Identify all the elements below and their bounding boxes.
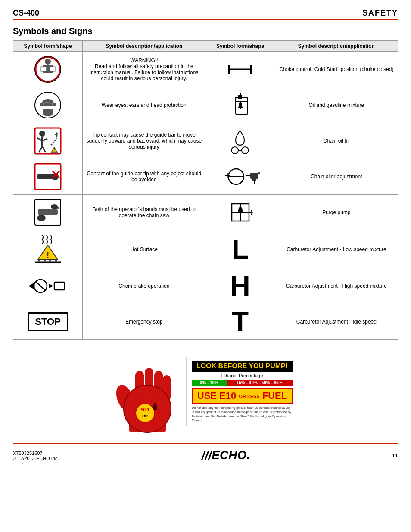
- col-header-1: Symbol form/shape: [13, 41, 83, 52]
- desc-guide-bar: Contact of the guide bar tip with any ob…: [83, 159, 206, 195]
- svg-rect-79: [163, 375, 171, 401]
- svg-rect-77: [145, 368, 153, 400]
- symbol-hot-surface: !: [13, 230, 83, 268]
- table-row: Both of the operator's hands must be use…: [13, 195, 398, 230]
- ppe-icon: [34, 91, 62, 119]
- use-e10-label: USE E10 OR LESS FUEL: [192, 388, 293, 404]
- warning-icon: [34, 56, 62, 84]
- svg-rect-25: [35, 128, 61, 154]
- svg-line-71: [36, 282, 45, 290]
- symbol-letter-T: T: [206, 304, 275, 340]
- symbol-two-hands: [13, 195, 83, 230]
- table-row: Chain brake operation H Carburetor Adjus…: [13, 268, 398, 304]
- svg-point-36: [242, 147, 249, 154]
- ethanol-green-range: 0% - 10%: [192, 380, 227, 386]
- part-number: X7503251607: [13, 451, 59, 456]
- svg-marker-69: [28, 283, 34, 289]
- svg-point-18: [40, 103, 43, 106]
- desc-chain-oiler: Chain oiler adjustment: [275, 159, 398, 195]
- kickback-icon: !: [33, 126, 63, 156]
- desc-hot-surface: Hot Surface: [83, 230, 206, 268]
- table-row: STOP Emergency stop T Carburetor Adjustm…: [13, 304, 398, 340]
- svg-rect-15: [44, 109, 51, 116]
- svg-rect-65: [38, 260, 40, 262]
- desc-chain-brake: Chain brake operation: [83, 268, 206, 304]
- table-row: Wear eyes, ears and head protection +: [13, 87, 398, 123]
- svg-text:MIX: MIX: [142, 414, 149, 418]
- symbol-guide-bar: [13, 159, 83, 195]
- hand-stop-icon: 50:1 MIX: [113, 348, 186, 435]
- product-code: CS-400: [13, 9, 39, 18]
- pump-sign-box: LOOK BEFORE YOU PUMP! Ethanol Percentage…: [186, 357, 298, 426]
- ethanol-red-range: 15% - 30% - 50% - 85%: [227, 380, 293, 386]
- svg-text:50:1: 50:1: [141, 408, 149, 412]
- echo-logo: ///ECHO.: [199, 446, 251, 465]
- symbol-warning: [13, 52, 83, 87]
- desc-letter-L: Carburetor Adjustment - Low speed mixtur…: [275, 230, 398, 268]
- table-row: WARNING!! Read and follow all safety pre…: [13, 52, 398, 87]
- desc-letter-T: Carburetor Adjustment - Idle speed: [275, 304, 398, 340]
- table-row: ! Tip contact may cause the guide bar to…: [13, 123, 398, 159]
- page-footer: X7503251607 © 12/2013 ECHO Inc. ///ECHO.…: [13, 443, 398, 465]
- echo-logo-svg: ///ECHO.: [199, 446, 251, 464]
- desc-purge-pump: Purge pump: [275, 195, 398, 230]
- svg-rect-23: [240, 93, 241, 96]
- svg-point-55: [51, 204, 58, 209]
- ethanol-label: Ethanol Percentage: [192, 373, 293, 378]
- desc-choke: Choke control "Cold Start" position (cho…: [275, 52, 398, 87]
- svg-point-26: [39, 131, 45, 137]
- page-number: 11: [392, 452, 398, 459]
- desc-ppe: Wear eyes, ears and head protection: [83, 87, 206, 123]
- symbol-chain-oiler: + −: [206, 159, 275, 195]
- copyright: © 12/2013 ECHO Inc.: [13, 456, 59, 461]
- desc-stop: Emergency stop: [83, 304, 206, 340]
- look-before-pump-graphic: 50:1 MIX LOOK BEFORE YOU PUMP! Ethanol P…: [113, 348, 298, 435]
- chain-brake-icon: [28, 274, 67, 298]
- symbol-choke: [206, 52, 275, 87]
- desc-oil-gas: Oil and gasoline mixture: [275, 87, 398, 123]
- section-title: Symbols and Signs: [13, 26, 398, 36]
- pump-title: LOOK BEFORE YOU PUMP!: [192, 361, 293, 372]
- letter-L-symbol: L: [232, 236, 249, 263]
- purge-pump-icon: [227, 199, 253, 225]
- svg-rect-5: [40, 67, 47, 71]
- symbol-purge-pump: [206, 195, 275, 230]
- symbol-chain-brake: [13, 268, 83, 304]
- col-header-2: Symbol description/application: [83, 41, 206, 52]
- desc-kickback: Tip contact may cause the guide bar to m…: [83, 123, 206, 159]
- svg-rect-66: [44, 260, 46, 262]
- svg-rect-73: [54, 282, 65, 290]
- desc-chain-oil: Chain oil fill: [275, 123, 398, 159]
- guide-bar-icon: [33, 162, 63, 192]
- choke-closed-icon: [227, 61, 253, 78]
- table-row: ! Hot Surface L Carburetor A: [13, 230, 398, 268]
- svg-point-19: [53, 103, 56, 106]
- chain-oiler-icon: + −: [221, 165, 260, 189]
- svg-rect-49: [252, 179, 256, 181]
- symbol-letter-H: H: [206, 268, 275, 304]
- svg-rect-17: [51, 109, 53, 115]
- svg-point-2: [45, 59, 51, 65]
- svg-rect-52: [38, 209, 58, 215]
- svg-text:///ECHO.: ///ECHO.: [201, 448, 250, 462]
- page-header: CS-400 SAFETY: [13, 9, 398, 20]
- svg-rect-78: [154, 371, 163, 401]
- symbol-kickback: !: [13, 123, 83, 159]
- symbol-letter-L: L: [206, 230, 275, 268]
- two-hands-icon: [33, 197, 63, 227]
- svg-point-35: [231, 147, 238, 154]
- table-row: Contact of the guide bar tip with any ob…: [13, 159, 398, 195]
- desc-letter-H: Carburetor Adjustment - High speed mixtu…: [275, 268, 398, 304]
- letter-H-symbol: H: [230, 272, 250, 300]
- fuel-warning-section: 50:1 MIX LOOK BEFORE YOU PUMP! Ethanol P…: [13, 348, 398, 435]
- section-title-header: SAFETY: [362, 9, 398, 18]
- oil-gas-icon: +: [226, 91, 254, 119]
- symbol-chain-oil: [206, 123, 275, 159]
- desc-warning: WARNING!! Read and follow all safety pre…: [83, 52, 206, 87]
- svg-rect-4: [44, 72, 52, 73]
- svg-rect-6: [50, 67, 56, 71]
- svg-text:!: !: [53, 148, 55, 152]
- svg-rect-68: [55, 260, 57, 262]
- col-header-3: Symbol form/shape: [206, 41, 275, 52]
- desc-two-hands: Both of the operator's hands must be use…: [83, 195, 206, 230]
